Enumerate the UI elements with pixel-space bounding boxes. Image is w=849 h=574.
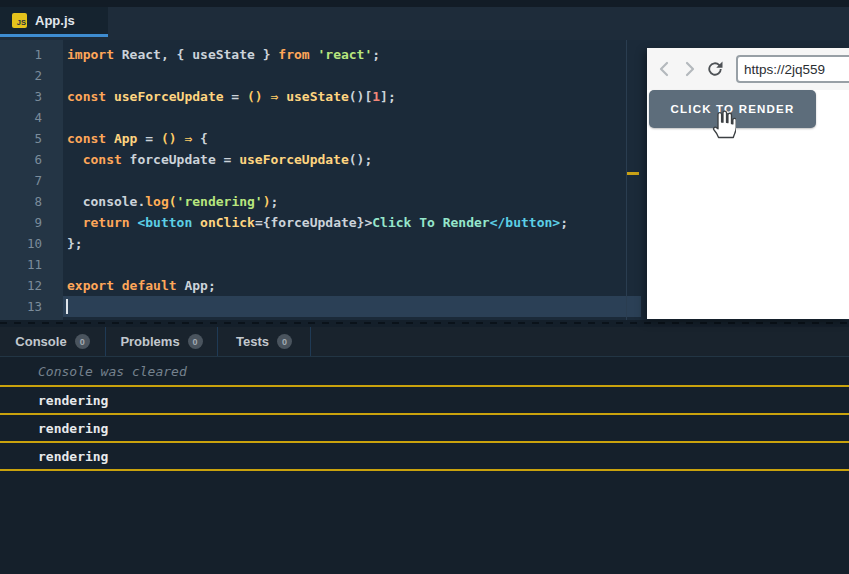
- current-code-line[interactable]: [63, 296, 641, 317]
- tab-label: App.js: [35, 13, 75, 28]
- console-log-row: rendering: [0, 387, 849, 415]
- code-line[interactable]: [63, 65, 641, 86]
- line-number: 11: [0, 254, 42, 275]
- line-number: 13: [0, 296, 42, 317]
- console-info-row: Console was cleared: [0, 357, 849, 387]
- code-line[interactable]: const App = () ⇒ {: [63, 128, 641, 149]
- panel-resizer[interactable]: [0, 320, 849, 327]
- editor-tab-bar: JS App.js: [0, 0, 849, 40]
- scrollbar-marker: [627, 172, 639, 175]
- code-line[interactable]: import React, { useState } from 'react';: [63, 44, 641, 65]
- tab-problems[interactable]: Problems0: [106, 327, 218, 356]
- line-number: 1: [0, 44, 42, 65]
- tab-label: Console: [15, 334, 66, 349]
- count-badge: 0: [277, 334, 292, 349]
- tab-console[interactable]: Console0: [0, 327, 106, 356]
- line-number: 7: [0, 170, 42, 191]
- code-line[interactable]: [63, 170, 641, 191]
- count-badge: 0: [75, 334, 90, 349]
- line-number: 10: [0, 233, 42, 254]
- code-lines[interactable]: import React, { useState } from 'react';…: [63, 44, 641, 317]
- print-margin-ruler: [626, 40, 627, 320]
- line-number: 3: [0, 86, 42, 107]
- preview-toolbar: [647, 48, 849, 90]
- code-line[interactable]: [63, 254, 641, 275]
- code-line[interactable]: export default App;: [63, 275, 641, 296]
- preview-panel: CLICK TO RENDER: [647, 48, 849, 319]
- console-log-row: rendering: [0, 415, 849, 443]
- line-number: 4: [0, 107, 42, 128]
- back-button[interactable]: [657, 60, 673, 78]
- line-number: 12: [0, 275, 42, 296]
- render-button[interactable]: CLICK TO RENDER: [649, 90, 816, 128]
- forward-button[interactable]: [681, 60, 697, 78]
- line-number: 8: [0, 191, 42, 212]
- url-input[interactable]: [736, 55, 849, 83]
- tab-label: Tests: [236, 334, 269, 349]
- code-line[interactable]: [63, 107, 641, 128]
- count-badge: 0: [188, 334, 203, 349]
- code-line[interactable]: console.log('rendering');: [63, 191, 641, 212]
- tab-tests[interactable]: Tests0: [218, 327, 311, 356]
- code-line[interactable]: const useForceUpdate = () ⇒ useState()[1…: [63, 86, 641, 107]
- code-line[interactable]: const forceUpdate = useForceUpdate();: [63, 149, 641, 170]
- code-line[interactable]: };: [63, 233, 641, 254]
- tab-label: Problems: [120, 334, 179, 349]
- console-log-row: rendering: [0, 443, 849, 471]
- code-line[interactable]: return <button onClick={forceUpdate}>Cli…: [63, 212, 641, 233]
- refresh-icon: [705, 59, 725, 79]
- app-window: JS App.js 12345678910111213 import React…: [0, 0, 849, 574]
- back-icon: [657, 61, 673, 77]
- top-strip: [0, 0, 849, 7]
- line-numbers: 12345678910111213: [0, 40, 63, 320]
- console-tab-bar: Console0Problems0Tests0: [0, 327, 849, 356]
- forward-icon: [681, 61, 697, 77]
- js-icon: JS: [12, 13, 27, 28]
- line-number: 5: [0, 128, 42, 149]
- refresh-button[interactable]: [705, 59, 725, 79]
- console-output: Console was clearedrenderingrenderingren…: [0, 356, 849, 574]
- line-number: 9: [0, 212, 42, 233]
- tab-appjs[interactable]: JS App.js: [0, 7, 108, 37]
- line-number: 2: [0, 65, 42, 86]
- line-number: 6: [0, 149, 42, 170]
